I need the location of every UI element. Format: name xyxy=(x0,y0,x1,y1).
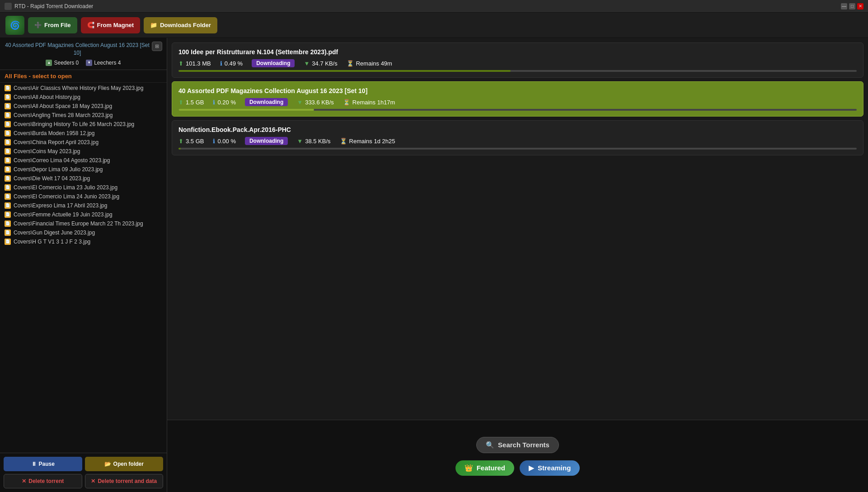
torrent-speed-val: 38.5 KB/s xyxy=(305,138,330,145)
torrent-speed: ▼ 34.7 KB/s xyxy=(304,60,337,67)
pause-label: Pause xyxy=(39,461,55,467)
list-item[interactable]: 📄Covers\H G T V1 3 1 J F 2 3.jpg xyxy=(0,237,167,246)
torrent-card[interactable]: 100 Idee per Ristrutturare N.104 (Settem… xyxy=(172,42,863,78)
file-icon: 📄 xyxy=(5,139,11,145)
torrent-stats: ⬆ 101.3 MB ℹ 0.49 % Downloading ▼ 34.7 K… xyxy=(178,59,857,67)
from-file-icon: ➕ xyxy=(34,22,42,28)
torrent-percent: ℹ 0.20 % xyxy=(213,99,235,106)
list-item[interactable]: 📄Covers\Expreso Lima 17 Abril 2023.jpg xyxy=(0,201,167,210)
list-item[interactable]: 📄Covers\Coins May 2023.jpg xyxy=(0,147,167,156)
file-icon: 📄 xyxy=(5,85,11,91)
close-button[interactable]: ✕ xyxy=(857,3,863,9)
list-item[interactable]: 📄Covers\Financial Times Europe March 22 … xyxy=(0,219,167,228)
file-name: Covers\Correo Lima 04 Agosto 2023.jpg xyxy=(14,157,110,164)
list-item[interactable]: 📄Covers\Femme Actuelle 19 Juin 2023.jpg xyxy=(0,210,167,219)
list-item[interactable]: 📄Covers\Correo Lima 04 Agosto 2023.jpg xyxy=(0,156,167,165)
list-item[interactable]: 📄Covers\China Report April 2023.jpg xyxy=(0,138,167,147)
list-item[interactable]: 📄Covers\Depor Lima 09 Julio 2023.jpg xyxy=(0,165,167,174)
bottom-action-row: 👑 Featured ▶ Streaming xyxy=(455,460,580,476)
delete-torrent-data-button[interactable]: ✕ Delete torrent and data xyxy=(85,474,164,488)
file-icon: 📄 xyxy=(5,220,11,227)
info-icon: ℹ xyxy=(213,138,215,145)
list-item[interactable]: 📄Covers\El Comercio Lima 24 Junio 2023.j… xyxy=(0,192,167,201)
delete-torrent-data-label: Delete torrent and data xyxy=(98,478,157,484)
torrent-percent-val: 0.00 % xyxy=(217,138,235,145)
seeders-value: Seeders 0 xyxy=(54,60,79,66)
list-item[interactable]: 📄Covers\Gun Digest June 2023.jpg xyxy=(0,228,167,237)
streaming-label: Streaming xyxy=(538,464,571,472)
sidebar-header: 40 Assorted PDF Magazines Collection Aug… xyxy=(0,38,167,70)
open-folder-button[interactable]: 📂 Open folder xyxy=(85,457,164,471)
file-name: Covers\China Report April 2023.jpg xyxy=(14,139,99,145)
leechers-value: Leechers 4 xyxy=(94,60,121,66)
torrent-remains: ⏳ Remains 1h17m xyxy=(343,99,395,106)
file-name: Covers\Coins May 2023.jpg xyxy=(14,148,80,155)
list-item[interactable]: 📄Covers\All About Space 18 May 2023.jpg xyxy=(0,102,167,111)
progress-track xyxy=(178,148,857,150)
sidebar-stats: ▲ Seeders 0 ▼ Leechers 4 xyxy=(5,60,162,66)
info-icon: ℹ xyxy=(220,60,222,67)
file-name: Covers\Femme Actuelle 19 Juin 2023.jpg xyxy=(14,211,113,218)
list-item[interactable]: 📄Covers\Angling Times 28 March 2023.jpg xyxy=(0,111,167,120)
minimize-button[interactable]: — xyxy=(841,3,847,9)
list-item[interactable]: 📄Covers\Air Classics Where History Flies… xyxy=(0,84,167,93)
from-magnet-button[interactable]: 🧲 From Magnet xyxy=(81,17,141,33)
time-icon: ⏳ xyxy=(343,99,350,106)
speed-icon: ▼ xyxy=(297,138,303,145)
torrent-list: 100 Idee per Ristrutturare N.104 (Settem… xyxy=(167,38,868,420)
files-section-label: All Files - select to open xyxy=(0,70,167,83)
speed-icon: ▼ xyxy=(297,99,303,106)
torrent-speed: ▼ 333.6 KB/s xyxy=(297,99,333,106)
torrent-size-val: 1.5 GB xyxy=(186,99,204,106)
list-item[interactable]: 📄Covers\El Comercio Lima 23 Julio 2023.j… xyxy=(0,183,167,192)
list-item[interactable]: 📄Covers\All About History.jpg xyxy=(0,93,167,102)
torrent-card[interactable]: Nonfiction.Ebook.Pack.Apr.2016-PHC ⬆ 3.5… xyxy=(172,120,863,155)
status-badge: Downloading xyxy=(245,98,288,106)
titlebar: RTD - Rapid Torrent Downloader — □ ✕ xyxy=(0,0,868,13)
open-folder-label: Open folder xyxy=(113,461,144,467)
search-torrents-button[interactable]: 🔍 Search Torrents xyxy=(476,437,559,453)
progress-track xyxy=(178,109,857,111)
size-icon: ⬆ xyxy=(178,99,183,106)
file-name: Covers\El Comercio Lima 23 Julio 2023.jp… xyxy=(14,184,117,191)
file-name: Covers\Expreso Lima 17 Abril 2023.jpg xyxy=(14,202,107,209)
list-item[interactable]: 📄Covers\Bringing History To Life 26 Marc… xyxy=(0,120,167,129)
torrent-name: 40 Assorted PDF Magazines Collection Aug… xyxy=(178,87,857,94)
streaming-button[interactable]: ▶ Streaming xyxy=(520,460,580,476)
files-list: 📄Covers\Air Classics Where History Flies… xyxy=(0,83,167,453)
progress-fill xyxy=(178,70,511,72)
torrent-speed: ▼ 38.5 KB/s xyxy=(297,138,330,145)
torrent-size: ⬆ 3.5 GB xyxy=(178,138,204,145)
maximize-button[interactable]: □ xyxy=(849,3,855,9)
file-icon: 📄 xyxy=(5,184,11,191)
speed-icon: ▼ xyxy=(304,60,310,67)
downloads-folder-button[interactable]: 📁 Downloads Folder xyxy=(144,17,217,33)
delete-torrent-button[interactable]: ✕ Delete torrent xyxy=(4,474,82,488)
info-icon: ℹ xyxy=(213,99,215,106)
file-icon: 📄 xyxy=(5,202,11,209)
featured-button[interactable]: 👑 Featured xyxy=(455,460,514,476)
app-title: RTD - Rapid Torrent Downloader xyxy=(14,3,93,9)
list-item[interactable]: 📄Covers\Die Welt 17 04 2023.jpg xyxy=(0,174,167,183)
seeders-stat: ▲ Seeders 0 xyxy=(46,60,79,66)
from-magnet-label: From Magnet xyxy=(97,22,134,28)
delete-torrent-label: Delete torrent xyxy=(28,478,64,484)
leechers-icon: ▼ xyxy=(86,60,92,66)
file-icon: 📄 xyxy=(5,94,11,100)
time-icon: ⏳ xyxy=(340,138,347,145)
torrent-percent-val: 0.49 % xyxy=(225,60,243,67)
pause-button[interactable]: ⏸ Pause xyxy=(4,457,82,471)
torrent-remains-val: Remains 49m xyxy=(356,60,392,67)
sidebar-expand-button[interactable]: ⊞ xyxy=(152,42,162,51)
from-file-button[interactable]: ➕ From File xyxy=(28,17,77,33)
list-item[interactable]: 📄Covers\Burda Moden 1958 12.jpg xyxy=(0,129,167,138)
torrent-remains: ⏳ Remains 1d 2h25 xyxy=(340,138,395,145)
leechers-stat: ▼ Leechers 4 xyxy=(86,60,121,66)
progress-fill xyxy=(178,148,181,150)
file-icon: 📄 xyxy=(5,175,11,182)
file-icon: 📄 xyxy=(5,239,11,245)
toolbar: 🌀 ➕ From File 🧲 From Magnet 📁 Downloads … xyxy=(0,13,868,38)
torrent-remains: ⏳ Remains 49m xyxy=(347,60,392,67)
torrent-card[interactable]: 40 Assorted PDF Magazines Collection Aug… xyxy=(172,81,863,117)
file-name: Covers\El Comercio Lima 24 Junio 2023.jp… xyxy=(14,193,119,200)
